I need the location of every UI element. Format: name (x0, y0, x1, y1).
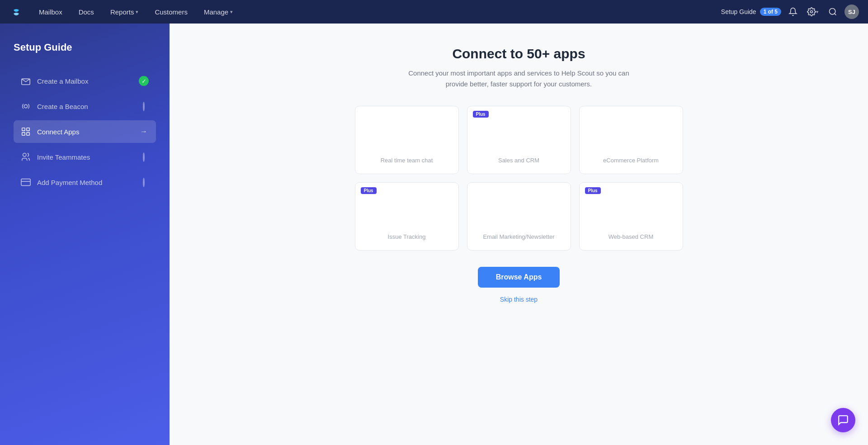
app-card-salesforce[interactable]: Plus salesforce Sales and CRM (467, 106, 571, 174)
slack-desc: Real time team chat (381, 157, 433, 164)
sidebar-invite-teammates-status (139, 153, 149, 161)
sidebar-create-mailbox-status: ✓ (139, 76, 149, 86)
logo[interactable] (9, 5, 24, 19)
setup-guide-progress: 1 of 5 (760, 8, 781, 16)
svg-point-9 (23, 153, 26, 156)
sidebar: Setup Guide Create a Mailbox ✓ (0, 24, 170, 445)
notifications-button[interactable] (785, 4, 801, 20)
setup-guide-badge: Setup Guide 1 of 5 (721, 8, 781, 16)
browse-apps-button[interactable]: Browse Apps (478, 267, 560, 288)
app-grid: slack Real time team chat Plus salesforc… (355, 106, 683, 251)
settings-chevron-icon: ▾ (816, 9, 819, 15)
teammates-icon (21, 152, 31, 162)
content-area: Connect to 50+ apps Connect your most im… (170, 24, 868, 445)
sidebar-create-mailbox-label: Create a Mailbox (37, 77, 132, 85)
app-card-slack[interactable]: slack Real time team chat (355, 106, 459, 174)
beacon-icon (21, 101, 31, 111)
sidebar-create-beacon-label: Create a Beacon (37, 103, 132, 110)
top-nav: Mailbox Docs Reports ▾ Customers Manage … (0, 0, 868, 24)
chat-bubble-button[interactable] (831, 408, 855, 432)
sidebar-connect-apps-arrow: → (139, 128, 149, 136)
payment-icon (21, 177, 31, 187)
sidebar-add-payment-label: Add Payment Method (37, 179, 132, 186)
search-button[interactable] (825, 4, 841, 20)
empty-circle-icon (143, 102, 145, 111)
svg-rect-6 (27, 128, 29, 131)
nav-reports[interactable]: Reports ▾ (104, 5, 145, 19)
skip-step-link[interactable]: Skip this step (500, 296, 538, 303)
sidebar-create-beacon-status (139, 103, 149, 110)
empty-circle-icon-2 (143, 152, 145, 162)
app-card-shopify[interactable]: S shopify eCommerce Platform (579, 106, 683, 174)
sidebar-item-create-beacon[interactable]: Create a Beacon (14, 95, 156, 118)
svg-rect-7 (22, 133, 25, 135)
chat-icon (837, 414, 849, 426)
jira-plus-badge: Plus (361, 187, 377, 194)
sidebar-item-invite-teammates[interactable]: Invite Teammates (14, 146, 156, 168)
salesforce-plus-badge: Plus (473, 111, 489, 118)
avatar[interactable]: SJ (844, 5, 859, 19)
check-circle-icon: ✓ (139, 76, 149, 86)
sidebar-connect-apps-label: Connect Apps (37, 128, 132, 136)
svg-point-4 (24, 104, 27, 108)
page-title: Connect to 50+ apps (452, 46, 585, 62)
nav-manage[interactable]: Manage ▾ (198, 5, 239, 19)
shopify-desc: eCommerce Platform (603, 157, 659, 164)
app-card-mailchimp[interactable]: mailchimp Email Marketing/Newsletter (467, 182, 571, 251)
svg-rect-5 (22, 128, 25, 131)
svg-point-2 (830, 9, 835, 14)
setup-guide-label: Setup Guide (721, 8, 756, 15)
apps-icon (21, 127, 31, 137)
hubspot-desc: Web-based CRM (609, 233, 653, 240)
nav-mailbox[interactable]: Mailbox (33, 5, 69, 19)
sidebar-item-connect-apps[interactable]: Connect Apps → (14, 120, 156, 143)
mailbox-icon (21, 76, 31, 86)
svg-point-1 (811, 11, 813, 13)
hubspot-plus-badge: Plus (585, 187, 601, 194)
sidebar-title: Setup Guide (14, 42, 156, 53)
nav-docs[interactable]: Docs (72, 5, 100, 19)
page-subtitle: Connect your most important apps and ser… (401, 68, 637, 90)
app-card-hubspot[interactable]: Plus Hu b Sp o (579, 182, 683, 251)
app-card-jira[interactable]: Plus Jira Issue Tracking (355, 182, 459, 251)
empty-circle-icon-3 (143, 178, 145, 187)
mailchimp-desc: Email Marketing/Newsletter (483, 233, 554, 240)
sidebar-add-payment-status (139, 179, 149, 186)
settings-button[interactable]: ▾ (805, 4, 821, 20)
sidebar-invite-teammates-label: Invite Teammates (37, 153, 132, 161)
main-layout: Setup Guide Create a Mailbox ✓ (0, 24, 868, 445)
sidebar-item-create-mailbox[interactable]: Create a Mailbox ✓ (14, 70, 156, 92)
manage-chevron-icon: ▾ (230, 9, 233, 15)
salesforce-desc: Sales and CRM (498, 157, 539, 164)
svg-rect-10 (21, 179, 30, 186)
nav-customers[interactable]: Customers (148, 5, 194, 19)
jira-desc: Issue Tracking (388, 233, 426, 240)
svg-rect-8 (27, 133, 29, 135)
sidebar-item-add-payment[interactable]: Add Payment Method (14, 171, 156, 194)
reports-chevron-icon: ▾ (136, 9, 138, 15)
